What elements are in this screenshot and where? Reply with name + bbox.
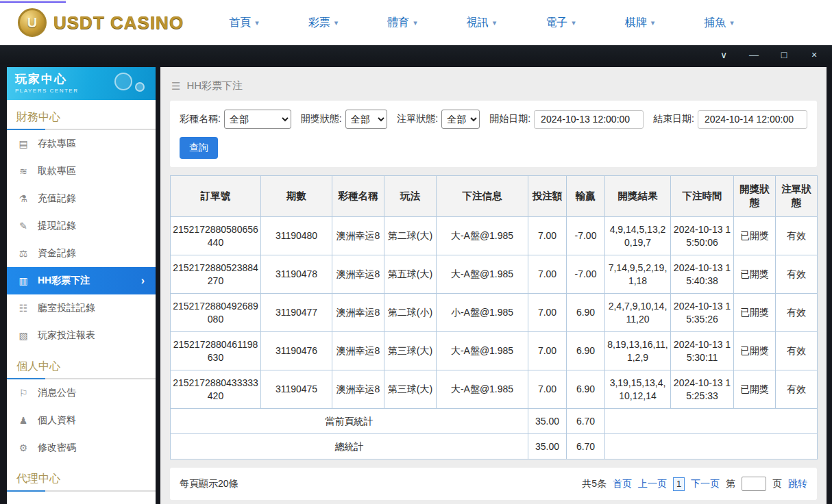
column-header: 注單狀態 [776,176,818,217]
cell-draw-status: 已開獎 [734,217,776,255]
cell-order-status: 有效 [776,294,818,332]
page-jump-input[interactable] [742,477,766,491]
chevron-down-icon[interactable]: ∨ [718,50,729,60]
minimize-icon[interactable]: — [748,50,759,60]
page-total-empty [605,409,818,434]
page-title: HH彩票下注 [186,79,243,92]
cell-order-no: 2152172880461198630 [171,332,261,370]
close-icon[interactable]: × [809,50,820,60]
logo[interactable]: U USDT CASINO [18,8,184,37]
nav-item[interactable]: 電子 ▾ [546,10,576,36]
cell-period: 31190475 [261,370,332,409]
chevron-down-icon: ▾ [413,18,417,27]
sidebar-item-player-bet-report[interactable]: ▧ 玩家投注報表 › [7,322,156,349]
cell-period: 31190480 [261,217,332,255]
cell-draw-result: 4,9,14,5,13,20,19,7 [605,217,671,255]
nav-item-label: 彩票 [308,16,330,30]
sidebar-item-hall-bet-record[interactable]: ☷ 廳室投註記錄 › [7,294,156,322]
table-row[interactable]: 2152172880523884270 31190478 澳洲幸运8 第五球(大… [171,255,818,294]
sidebar-item-deposit[interactable]: ▤ 存款專區 › [7,130,156,158]
sidebar-item-recharge-record[interactable]: ⚗ 充值記錄 › [7,185,156,212]
prev-page-link[interactable]: 上一页 [638,478,667,490]
hamburger-menu-icon[interactable]: ☰ [171,80,180,92]
page-total-winloss: 6.70 [567,409,605,434]
sidebar-item-withdrawal-record[interactable]: ✎ 提現記錄 › [7,212,156,240]
funds-record-icon: ⚖ [18,248,29,259]
cell-order-status: 有效 [776,332,818,370]
breadcrumb: ☰ HH彩票下注 [170,75,817,94]
main-content: ☰ HH彩票下注 彩種名稱: 全部 開獎狀態: 全部 注單狀態: 全部 開始日期… [160,67,827,504]
grand-total-empty [605,434,818,459]
table-row[interactable]: 2152172880433333420 31190475 澳洲幸运8 第三球(大… [171,370,818,409]
main-nav: 首頁 ▾ 彩票 ▾ 體育 ▾ 視訊 ▾ 電子 ▾ 棋牌 ▾ 捕魚 ▾ [229,10,783,36]
cell-lottery-name: 澳洲幸运8 [332,255,384,294]
pagination: 共5条 首页 上一页 1 下一页 第 页 跳转 [582,477,807,491]
table-row[interactable]: 2152172880580656440 31190480 澳洲幸运8 第二球(大… [171,217,818,255]
nav-item[interactable]: 體育 ▾ [387,10,417,36]
nav-item-label: 電子 [546,16,567,30]
chevron-down-icon: ▾ [572,18,576,27]
nav-item[interactable]: 彩票 ▾ [308,10,339,36]
cell-win-loss: 6.90 [567,370,605,409]
lottery-name-label: 彩種名稱: [180,113,221,125]
cell-order-status: 有效 [776,255,818,294]
logo-text: USDT CASINO [53,12,184,34]
cell-lottery-name: 澳洲幸运8 [332,217,384,255]
table-row[interactable]: 2152172880492689080 31190477 澳洲幸运8 第二球(小… [171,294,818,332]
jump-button[interactable]: 跳转 [788,478,807,490]
logo-monogram: U [27,15,37,31]
sidebar-item-gear[interactable]: ⚙ 修改密碼 › [7,434,156,462]
next-page-link[interactable]: 下一页 [691,478,720,490]
chevron-down-icon: ▾ [651,18,655,27]
sidebar-item-profile[interactable]: ♟ 個人資料 › [7,407,156,434]
first-page-link[interactable]: 首页 [613,478,632,490]
sidebar-item-withdraw[interactable]: ≋ 取款專區 › [7,158,156,185]
nav-item[interactable]: 視訊 ▾ [467,10,497,36]
cell-draw-result: 7,14,9,5,2,19,1,18 [605,255,671,294]
start-date-input[interactable] [534,110,644,129]
cell-win-loss: -7.00 [567,255,605,294]
cell-period: 31190477 [261,294,332,332]
cell-bet-amount: 7.00 [528,217,567,255]
cell-bet-amount: 7.00 [528,255,567,294]
withdrawal-record-icon: ✎ [18,220,29,231]
column-header: 下注信息 [437,176,528,217]
lottery-name-select[interactable]: 全部 [224,110,291,129]
sidebar-section: 代理中心 [7,462,156,492]
current-page-badge[interactable]: 1 [673,477,685,491]
sidebar-item-announcement[interactable]: ⚐ 消息公告 › [7,379,156,407]
coin-logo-icon: U [18,8,47,37]
draw-status-select[interactable]: 全部 [345,110,388,129]
cell-order-no: 2152172880523884270 [171,255,261,294]
order-status-select[interactable]: 全部 [441,110,480,129]
end-date-input[interactable] [698,110,807,129]
nav-item[interactable]: 棋牌 ▾ [625,10,655,36]
nav-item-label: 視訊 [467,16,489,30]
cell-play-type: 第三球(大) [384,332,437,370]
cell-lottery-name: 澳洲幸运8 [332,294,384,332]
page-total-label: 當前頁統計 [171,409,528,434]
grand-total-label: 總統計 [171,434,528,459]
sidebar-item-hh-lottery-bet[interactable]: ▥ HH彩票下注 › [7,267,156,294]
billiard-ball-decoration [114,73,132,90]
cell-bet-amount: 7.00 [528,294,567,332]
cell-play-type: 第三球(大) [384,370,437,409]
chevron-down-icon: ▾ [730,18,734,27]
cell-play-type: 第二球(小) [384,294,437,332]
chevron-down-icon: ▾ [493,18,497,27]
start-date-label: 開始日期: [489,113,530,125]
column-header: 投注額 [528,176,567,217]
sidebar-sections: 財務中心 ▤ 存款專區 › ≋ 取款專區 › ⚗ 充值記錄 › ✎ 提現記錄 ›… [7,100,156,492]
nav-item[interactable]: 首頁 ▾ [229,10,259,36]
table-header-row: 訂單號 期數 彩種名稱 玩法 下注信息 投注額 輸贏 開獎結果 下注時間 開獎狀… [171,176,818,217]
search-button[interactable]: 查詢 [180,137,218,159]
cell-bet-info: 大-A盤@1.985 [437,332,528,370]
table-row[interactable]: 2152172880461198630 31190476 澳洲幸运8 第三球(大… [171,332,818,370]
nav-item[interactable]: 捕魚 ▾ [704,10,734,36]
maximize-icon[interactable]: □ [779,50,790,60]
billiard-ball-decoration [135,82,145,92]
bet-table-body: 2152172880580656440 31190480 澳洲幸运8 第二球(大… [171,217,818,409]
sidebar-item-funds-record[interactable]: ⚖ 資金記錄 › [7,240,156,267]
nav-item-label: 體育 [387,16,409,30]
sidebar-section-heading: 代理中心 [7,466,156,490]
